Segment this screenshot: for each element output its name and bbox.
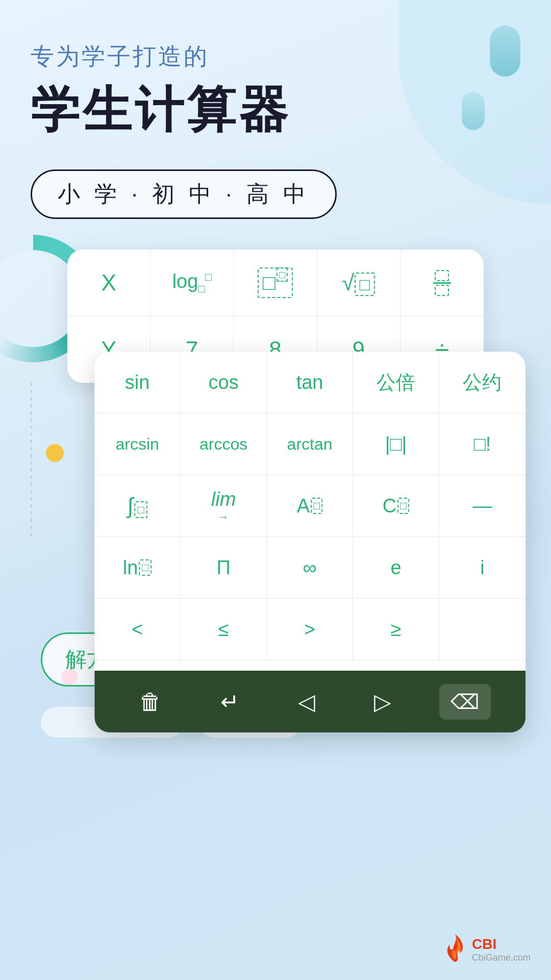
key-pi[interactable]: Π [181, 537, 267, 598]
key-arctan[interactable]: arctan [267, 413, 353, 475]
level-badge: 小 学 · 初 中 · 高 中 [31, 169, 520, 250]
scientific-calculator-card: Z ) ( sin cos tan 公倍 公约 arcsin arccos ar… [94, 352, 525, 732]
toolbar-right-btn[interactable]: ▷ [364, 683, 402, 720]
key-lte[interactable]: ≤ [181, 599, 267, 660]
key-x[interactable]: X [67, 250, 151, 316]
key-euler[interactable]: e [353, 537, 439, 598]
key-power[interactable]: □□ [234, 250, 317, 316]
sci-row-trig: sin cos tan 公倍 公约 [94, 352, 525, 413]
key-lcm[interactable]: 公倍 [353, 352, 439, 413]
toolbar-delete-btn[interactable]: 🗑 [129, 684, 172, 720]
cbi-logo: CBI CbiGame.com [442, 934, 531, 965]
key-cos[interactable]: cos [181, 352, 267, 413]
key-gcd[interactable]: 公约 [439, 352, 525, 413]
key-lim[interactable]: lim → [181, 475, 267, 536]
calculator-area: X log□□ □□ √□ [31, 250, 520, 607]
main-title: 学生计算器 [31, 78, 520, 144]
key-factorial[interactable]: □! [439, 413, 525, 475]
key-gt[interactable]: > [267, 599, 353, 660]
key-minus[interactable]: — [439, 475, 525, 536]
key-abs[interactable]: |□| [353, 413, 439, 475]
sci-row-arc: arcsin arccos arctan |□| □! [94, 413, 525, 475]
key-infinity[interactable]: ∞ [267, 537, 353, 598]
key-integral[interactable]: ∫□ [94, 475, 181, 536]
sci-row-calc: ∫□ lim → A□ C□ — [94, 475, 525, 537]
cbi-sub-text: CbiGame.com [472, 952, 531, 963]
sci-row-const: ln□ Π ∞ e i [94, 537, 525, 599]
toolbar-left-btn[interactable]: ◁ [288, 683, 325, 720]
toolbar-enter-btn[interactable]: ↵ [210, 683, 249, 720]
key-ln[interactable]: ln□ [94, 537, 181, 598]
cbi-flame-icon [442, 934, 468, 965]
key-sin[interactable]: sin [94, 352, 181, 413]
key-arcsin[interactable]: arcsin [94, 413, 181, 475]
toolbar-backspace-btn[interactable]: ⌫ [439, 684, 491, 720]
calc-row-1: X log□□ □□ √□ [67, 250, 484, 316]
key-fraction[interactable] [400, 250, 484, 316]
key-gte[interactable]: ≥ [353, 599, 439, 660]
subtitle: 专为学子打造的 [31, 41, 520, 72]
cbi-text: CBI [472, 936, 496, 952]
key-empty [439, 599, 525, 660]
key-permutation[interactable]: A□ [267, 475, 353, 536]
calculator-toolbar: 🗑 ↵ ◁ ▷ ⌫ [94, 671, 525, 732]
key-log[interactable]: log□□ [151, 250, 234, 316]
key-lt[interactable]: < [94, 599, 181, 660]
key-tan[interactable]: tan [267, 352, 353, 413]
key-imaginary[interactable]: i [439, 537, 525, 598]
key-arccos[interactable]: arccos [181, 413, 267, 475]
sci-row-compare: < ≤ > ≥ [94, 599, 525, 660]
key-sqrt[interactable]: √□ [317, 250, 400, 316]
key-combination[interactable]: C□ [353, 475, 439, 536]
